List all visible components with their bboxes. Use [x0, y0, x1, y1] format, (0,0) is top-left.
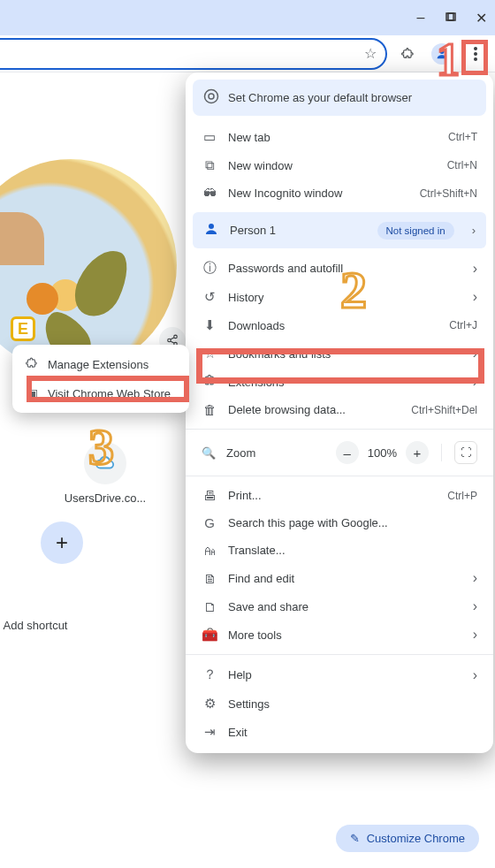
- zoom-icon: 🔍: [202, 446, 216, 460]
- chevron-right-icon: ›: [473, 627, 477, 643]
- manage-extensions-item[interactable]: Manage Extensions: [12, 350, 189, 379]
- menu-passwords-label: Passwords and autofill: [228, 262, 343, 275]
- menu-print[interactable]: 🖶Print...Ctrl+P: [186, 482, 493, 509]
- history-icon: ↺: [202, 289, 217, 305]
- store-icon: ▣: [25, 386, 39, 400]
- zoom-label: Zoom: [226, 446, 255, 460]
- tab-icon: ▭: [202, 129, 217, 145]
- svg-rect-1: [448, 13, 455, 20]
- menu-help-label: Help: [228, 668, 252, 681]
- download-icon: ⬇: [202, 317, 217, 333]
- menu-search-google[interactable]: GSearch this page with Google...: [186, 509, 493, 537]
- menu-downloads-label: Downloads: [228, 319, 285, 332]
- annotation-number-3: 3: [88, 417, 114, 476]
- customize-chrome-label: Customize Chrome: [367, 832, 465, 845]
- toolbox-icon: 🧰: [202, 627, 217, 643]
- shortcut-text: Ctrl+T: [448, 131, 477, 143]
- menu-zoom: 🔍 Zoom – 100% + ⛶: [186, 435, 493, 470]
- menu-print-label: Print...: [228, 489, 262, 502]
- visit-web-store-label: Visit Chrome Web Store: [48, 387, 171, 400]
- window-close-icon[interactable]: ✕: [474, 11, 488, 25]
- file-icon: 🗋: [202, 599, 217, 614]
- chevron-right-icon: ›: [473, 570, 477, 586]
- menu-separator: [186, 429, 493, 430]
- extensions-popover: Manage Extensions ▣ Visit Chrome Web Sto…: [12, 345, 189, 413]
- menu-incognito[interactable]: 🕶New Incognito windowCtrl+Shift+N: [186, 179, 493, 207]
- menu-new-tab-label: New tab: [228, 131, 270, 144]
- omnibox[interactable]: ☆: [0, 38, 387, 70]
- menu-search-google-label: Search this page with Google...: [228, 516, 388, 529]
- svg-point-10: [209, 94, 214, 99]
- menu-more-tools[interactable]: 🧰More tools›: [186, 621, 493, 649]
- pencil-icon: ✎: [350, 832, 360, 845]
- zoom-out-button[interactable]: –: [336, 441, 359, 464]
- print-icon: 🖶: [202, 488, 217, 503]
- browser-toolbar: ☆: [0, 35, 495, 72]
- svg-point-7: [168, 339, 171, 342]
- default-browser-text: Set Chrome as your default browser: [228, 91, 412, 104]
- chevron-right-icon: ›: [473, 598, 477, 614]
- annotation-box-2: [196, 348, 484, 384]
- menu-exit-label: Exit: [228, 726, 248, 739]
- shortcut-text: Ctrl+Shift+N: [420, 187, 477, 200]
- manage-extensions-label: Manage Extensions: [48, 358, 148, 371]
- zoom-value: 100%: [368, 446, 397, 460]
- shortcut-text: Ctrl+J: [449, 319, 477, 331]
- menu-translate[interactable]: 🗛Translate...: [186, 537, 493, 564]
- trash-icon: 🗑: [202, 402, 217, 417]
- chevron-right-icon: ›: [472, 224, 476, 237]
- fullscreen-button[interactable]: ⛶: [454, 441, 477, 464]
- menu-delete-browsing-data[interactable]: 🗑Delete browsing data...Ctrl+Shift+Del: [186, 396, 493, 423]
- menu-settings-label: Settings: [228, 697, 270, 711]
- help-icon: ？: [202, 666, 217, 683]
- maximize-icon: [446, 12, 456, 23]
- shortcut-label: UsersDrive.co...: [57, 491, 154, 505]
- gear-icon: ⚙: [202, 696, 217, 712]
- bookmark-star-icon[interactable]: ☆: [364, 47, 377, 61]
- plus-icon: +: [41, 522, 83, 564]
- menu-find-label: Find and edit: [228, 572, 294, 585]
- menu-passwords[interactable]: ⓘPasswords and autofill›: [186, 254, 493, 283]
- zoom-in-button[interactable]: +: [406, 441, 429, 464]
- svg-point-9: [205, 90, 218, 103]
- menu-separator: [186, 476, 493, 476]
- annotation-box-1: [461, 40, 488, 75]
- menu-new-tab[interactable]: ▭New tabCtrl+T: [186, 123, 493, 151]
- window-maximize-icon[interactable]: [444, 11, 458, 25]
- menu-translate-label: Translate...: [228, 544, 286, 557]
- svg-rect-0: [446, 13, 453, 20]
- visit-web-store-item[interactable]: ▣ Visit Chrome Web Store: [12, 379, 189, 407]
- menu-history-label: History: [228, 291, 263, 304]
- person-icon: [203, 221, 219, 240]
- menu-downloads[interactable]: ⬇DownloadsCtrl+J: [186, 311, 493, 339]
- shortcut-text: Ctrl+P: [447, 490, 477, 502]
- window-minimize-icon[interactable]: –: [414, 11, 428, 25]
- chevron-right-icon: ›: [473, 261, 477, 277]
- menu-profile-row[interactable]: Person 1 Not signed in ›: [193, 212, 486, 248]
- menu-settings[interactable]: ⚙Settings: [186, 689, 493, 718]
- menu-save-share-label: Save and share: [228, 600, 308, 613]
- puzzle-icon: [400, 46, 416, 62]
- chrome-menu: Set Chrome as your default browser ▭New …: [186, 72, 493, 753]
- divider: [441, 444, 442, 461]
- puzzle-icon: [25, 357, 39, 372]
- signin-status-pill: Not signed in: [377, 222, 454, 240]
- menu-help[interactable]: ？Help›: [186, 660, 493, 689]
- translate-icon: 🗛: [202, 543, 217, 558]
- svg-point-11: [209, 224, 214, 229]
- extensions-toolbar-icon[interactable]: [396, 42, 421, 66]
- window-icon: ⧉: [202, 157, 217, 173]
- menu-more-tools-label: More tools: [228, 628, 282, 642]
- menu-exit[interactable]: ⇥Exit: [186, 718, 493, 746]
- menu-history[interactable]: ↺History›: [186, 283, 493, 311]
- menu-save-share[interactable]: 🗋Save and share›: [186, 592, 493, 621]
- shortcut-text: Ctrl+N: [447, 159, 477, 171]
- customize-chrome-button[interactable]: ✎ Customize Chrome: [336, 825, 479, 852]
- menu-new-window[interactable]: ⧉New windowCtrl+N: [186, 151, 493, 179]
- find-icon: 🗎: [202, 571, 217, 586]
- annotation-number-1: 1: [437, 34, 460, 86]
- menu-new-window-label: New window: [228, 159, 293, 172]
- add-shortcut-tile[interactable]: + Add shortcut: [9, 522, 115, 632]
- menu-find[interactable]: 🗎Find and edit›: [186, 564, 493, 592]
- key-icon: ⓘ: [202, 260, 217, 277]
